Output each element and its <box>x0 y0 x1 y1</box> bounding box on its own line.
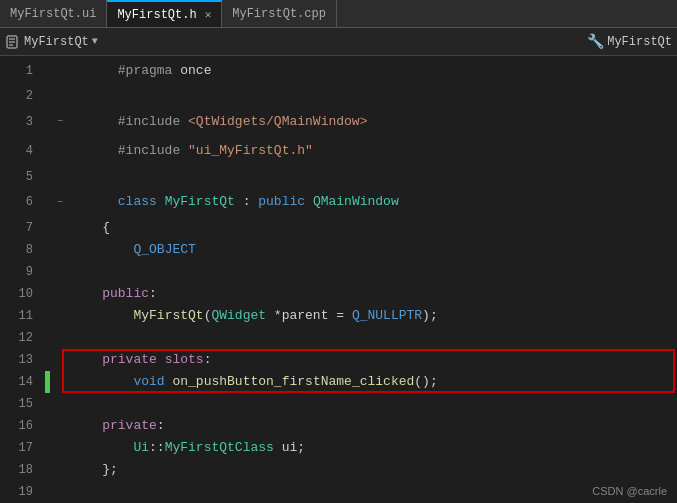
line-number: 14 <box>0 371 45 393</box>
line-indicator <box>45 349 50 371</box>
code-line: 9 <box>0 261 677 283</box>
code-line: 19 <box>0 481 677 503</box>
line-indicator <box>45 239 50 261</box>
line-number: 13 <box>0 349 45 371</box>
code-content: MyFirstQt(QWidget *parent = Q_NULLPTR); <box>67 305 677 327</box>
code-content: public: <box>67 283 677 305</box>
tab-myfirstqt-h[interactable]: MyFirstQt.h ✕ <box>107 0 222 27</box>
tab-close-button[interactable]: ✕ <box>205 8 212 21</box>
code-line: 16 private: <box>0 415 677 437</box>
line-indicator <box>45 140 50 162</box>
line-number: 8 <box>0 239 45 261</box>
pragma-once: once <box>180 63 211 78</box>
project-icon: 🔧 <box>587 33 604 50</box>
private-keyword: private <box>102 352 157 367</box>
line-number: 3 <box>0 111 45 133</box>
code-line: 18 }; <box>0 459 677 481</box>
fold-icon[interactable]: − <box>53 116 67 127</box>
line-number: 2 <box>0 85 45 107</box>
code-line: 15 <box>0 393 677 415</box>
highlight-region: 13 private slots: 14 void on_pushButton_… <box>0 349 677 393</box>
type-qwidget: QWidget <box>211 308 266 323</box>
line-number: 11 <box>0 305 45 327</box>
code-content: { <box>67 217 677 239</box>
code-line: 12 <box>0 327 677 349</box>
line-indicator <box>45 283 50 305</box>
line-indicator <box>45 393 50 415</box>
code-line: 1 #pragma once <box>0 56 677 85</box>
toolbar-title: MyFirstQt <box>24 35 89 49</box>
toolbar-right-title: MyFirstQt <box>607 35 672 49</box>
code-content: Ui::MyFirstQtClass ui; <box>67 437 677 459</box>
code-line: 14 void on_pushButton_firstName_clicked(… <box>0 371 677 393</box>
line-indicator <box>45 305 50 327</box>
code-line: 8 Q_OBJECT <box>0 239 677 261</box>
line-indicator <box>45 327 50 349</box>
line-indicator <box>45 191 50 213</box>
code-content <box>67 481 677 503</box>
file-list-icon <box>5 34 21 50</box>
toolbar-left: MyFirstQt ▼ <box>5 34 98 50</box>
tab-myfirstqt-cpp[interactable]: MyFirstQt.cpp <box>222 0 337 27</box>
slot-function-name: on_pushButton_firstName_clicked <box>172 374 414 389</box>
line-number: 18 <box>0 459 45 481</box>
access-specifier: public <box>102 286 149 301</box>
line-number: 1 <box>0 60 45 82</box>
line-indicator <box>45 60 50 82</box>
slots-keyword: slots <box>165 352 204 367</box>
line-number: 17 <box>0 437 45 459</box>
line-indicator <box>45 371 50 393</box>
toolbar-right: 🔧 MyFirstQt <box>587 33 672 50</box>
dropdown-arrow-icon[interactable]: ▼ <box>92 36 98 47</box>
line-number: 4 <box>0 140 45 162</box>
line-number: 15 <box>0 393 45 415</box>
fold-icon[interactable]: − <box>53 197 67 208</box>
watermark: CSDN @cacrle <box>592 485 667 497</box>
code-line: 17 Ui::MyFirstQtClass ui; <box>0 437 677 459</box>
line-number: 7 <box>0 217 45 239</box>
code-content <box>67 327 677 349</box>
void-keyword: void <box>133 374 164 389</box>
null-macro: Q_NULLPTR <box>352 308 422 323</box>
code-content <box>67 261 677 283</box>
constructor-name: MyFirstQt <box>133 308 203 323</box>
code-content: void on_pushButton_firstName_clicked(); <box>67 371 677 393</box>
base-class: QMainWindow <box>313 194 399 209</box>
code-content: private: <box>67 415 677 437</box>
class-keyword: class <box>118 194 157 209</box>
line-indicator <box>45 437 50 459</box>
line-indicator <box>45 459 50 481</box>
line-indicator <box>45 166 50 188</box>
tab-label: MyFirstQt.cpp <box>232 7 326 21</box>
include-keyword: #include <box>118 143 180 158</box>
line-number: 6 <box>0 191 45 213</box>
tab-bar: MyFirstQt.ui MyFirstQt.h ✕ MyFirstQt.cpp <box>0 0 677 28</box>
code-content: private slots: <box>67 349 677 371</box>
private-keyword: private <box>102 418 157 433</box>
qobject-macro: Q_OBJECT <box>133 242 195 257</box>
class-ref: MyFirstQtClass <box>165 440 274 455</box>
class-name: MyFirstQt <box>165 194 235 209</box>
line-indicator <box>45 111 50 133</box>
line-number: 12 <box>0 327 45 349</box>
public-keyword: public <box>258 194 305 209</box>
line-number: 16 <box>0 415 45 437</box>
line-indicator <box>45 85 50 107</box>
code-line: 13 private slots: <box>0 349 677 371</box>
line-number: 19 <box>0 481 45 503</box>
tab-myfirstqt-ui[interactable]: MyFirstQt.ui <box>0 0 107 27</box>
code-content: }; <box>67 459 677 481</box>
code-content: Q_OBJECT <box>67 239 677 261</box>
code-content <box>67 393 677 415</box>
line-indicator <box>45 481 50 503</box>
line-number: 10 <box>0 283 45 305</box>
line-number: 5 <box>0 166 45 188</box>
code-line: 6 − class MyFirstQt : public QMainWindow <box>0 188 677 217</box>
line-number: 9 <box>0 261 45 283</box>
code-line: 4 #include "ui_MyFirstQt.h" <box>0 137 677 166</box>
code-line: 11 MyFirstQt(QWidget *parent = Q_NULLPTR… <box>0 305 677 327</box>
include-local: "ui_MyFirstQt.h" <box>188 143 313 158</box>
code-editor: 1 #pragma once 2 3 − #include <QtWidgets… <box>0 56 677 503</box>
line-indicator <box>45 217 50 239</box>
tab-label: MyFirstQt.ui <box>10 7 96 21</box>
